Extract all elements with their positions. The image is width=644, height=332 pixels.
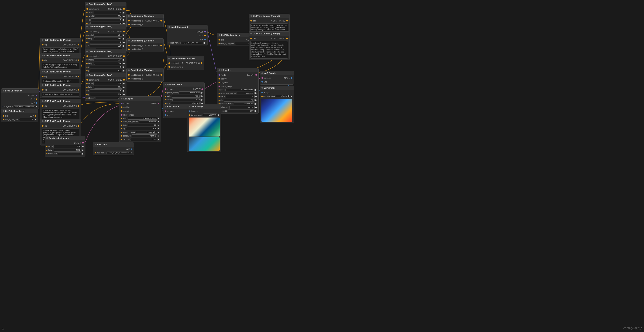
- port-conditioning-in[interactable]: [86, 8, 88, 10]
- port-vae-out[interactable]: [204, 39, 206, 40]
- port-clip-in[interactable]: [42, 105, 44, 107]
- port-model-out[interactable]: [36, 95, 37, 96]
- port-clip-in[interactable]: [42, 76, 44, 77]
- port-conditioning-out[interactable]: [160, 74, 162, 76]
- load-checkpoint-1: Load Checkpoint MODEL CLIP VAE: [167, 25, 208, 46]
- port-negative-in[interactable]: [218, 82, 220, 83]
- port-cond1-in[interactable]: [128, 45, 130, 46]
- clip-text-encode-1-header: CLIP Text Encode (Prompt): [40, 38, 81, 42]
- port-conditioning-out[interactable]: [123, 8, 125, 10]
- port-conditioning-out[interactable]: [123, 31, 125, 32]
- conditioning-set-area-1-header: Conditioning (Set Area): [85, 2, 126, 6]
- clip-text-encode-r2: CLIP Text Encode (Prompt) clip CONDITION…: [249, 31, 290, 60]
- port-negative-in[interactable]: [121, 110, 122, 112]
- port-clip-in[interactable]: [42, 125, 44, 127]
- port-cond2-in[interactable]: [128, 24, 130, 25]
- port-clip-in[interactable]: [218, 39, 220, 41]
- port-cond1-in[interactable]: [128, 20, 130, 22]
- port-conditioning-out[interactable]: [123, 79, 125, 81]
- port-latent-in[interactable]: [218, 86, 220, 87]
- port-conditioning-out[interactable]: [78, 105, 79, 107]
- port-clip-in[interactable]: [250, 20, 252, 22]
- port-conditioning-in[interactable]: [86, 79, 88, 81]
- clip-text-2-content: (best quality) (evening:1.2) (sky:1.2) (…: [42, 63, 79, 69]
- header-dot: [128, 40, 130, 42]
- header-dot: [250, 15, 252, 17]
- port-conditioning-out[interactable]: [160, 20, 162, 22]
- port-conditioning-out[interactable]: [78, 125, 79, 127]
- conditioning-combine-4: Conditioning (Combine) conditioning_1 CO…: [167, 56, 204, 70]
- port-clip-out[interactable]: [36, 98, 37, 100]
- watermark: CSDN @金汉江_5: [623, 327, 642, 330]
- header-dot: [128, 15, 130, 17]
- port-conditioning-out[interactable]: [286, 20, 288, 22]
- header-dot: [42, 120, 44, 122]
- port-images-in[interactable]: [189, 110, 190, 112]
- header-dot: [218, 69, 220, 71]
- port-latent-out[interactable]: [202, 88, 203, 90]
- timer: 0s: [2, 328, 4, 330]
- port-cond2-in[interactable]: [128, 49, 130, 50]
- port-conditioning-out[interactable]: [78, 60, 79, 61]
- header-dot: [262, 72, 263, 74]
- port-positive-in[interactable]: [218, 78, 220, 79]
- header-dot: [42, 71, 44, 72]
- empty-latent-image-title: Empty Latent Image: [49, 137, 69, 139]
- port-model-in[interactable]: [121, 103, 122, 104]
- port-conditioning-out[interactable]: [78, 89, 79, 90]
- port-vae-in[interactable]: [262, 81, 263, 83]
- port-cond1-in[interactable]: [168, 62, 170, 64]
- port-samples-in[interactable]: [262, 77, 263, 79]
- port-conditioning-in[interactable]: [86, 55, 88, 57]
- header-dot: [42, 84, 44, 86]
- clip-text-encode-5: CLIP Text Encode (Prompt) clip CONDITION…: [40, 99, 81, 121]
- port-clip-in[interactable]: [42, 44, 44, 46]
- port-conditioning-out[interactable]: [160, 45, 162, 46]
- conditioning-combine-4-header: Conditioning (Combine): [167, 56, 204, 61]
- port-vae-out[interactable]: [130, 148, 132, 150]
- ksampler-1: KSampler model LATENT positive: [119, 96, 161, 142]
- port-samples-in[interactable]: [164, 110, 166, 112]
- port-vae-out[interactable]: [36, 102, 37, 104]
- port-cond1-in[interactable]: [128, 74, 130, 76]
- port-conditioning-out[interactable]: [201, 62, 202, 64]
- port-conditioning-out[interactable]: [78, 44, 79, 46]
- port-cond2-in[interactable]: [128, 78, 130, 79]
- header-dot: [42, 100, 44, 102]
- port-clip-in[interactable]: [250, 38, 252, 39]
- port-clip-in[interactable]: [42, 60, 44, 61]
- vae-decode-2-title: VAE Decode: [264, 72, 276, 74]
- header-dot: [262, 87, 263, 89]
- port-latent-in[interactable]: [121, 114, 122, 116]
- port-conditioning-in[interactable]: [86, 31, 88, 32]
- port-vae-in[interactable]: [164, 114, 166, 116]
- port-positive-in[interactable]: [121, 106, 122, 108]
- port-clip-in[interactable]: [42, 89, 44, 90]
- port-clip-out[interactable]: [35, 115, 36, 117]
- port-latent-out[interactable]: [158, 103, 159, 104]
- port-model-in[interactable]: [218, 74, 220, 76]
- vae-decode-2-header: VAE Decode: [260, 71, 294, 75]
- conditioning-set-area-4-header: Conditioning (Set Area): [85, 73, 126, 77]
- port-cond2-in[interactable]: [168, 66, 170, 68]
- port-latent-out[interactable]: [255, 74, 257, 76]
- save-image-2-title: Save Image: [264, 87, 276, 89]
- clip-text-encode-2-title: CLIP Text Encode (Prompt): [44, 54, 71, 57]
- port-model-out[interactable]: [204, 31, 206, 33]
- port-latent-out[interactable]: [82, 142, 84, 143]
- port-samples-in[interactable]: [164, 88, 166, 90]
- port-image-out[interactable]: [291, 77, 292, 79]
- clip-text-encode-4-header: CLIP Text Encode (Prompt): [40, 83, 81, 87]
- conditioning-set-area-3-header: Conditioning (Set Area): [85, 49, 126, 53]
- header-dot: [86, 74, 88, 76]
- conditioning-combine-2-title: Conditioning (Combine): [130, 40, 154, 42]
- load-checkpoint-1-title: Load Checkpoint: [171, 26, 188, 28]
- node-graph-canvas[interactable]: Conditioning (Set Area) conditioning CON…: [0, 0, 644, 332]
- port-conditioning-out[interactable]: [123, 55, 125, 57]
- port-images-in[interactable]: [262, 92, 263, 93]
- conditioning-combine-4-title: Conditioning (Combine): [171, 57, 194, 60]
- port-clip-out[interactable]: [204, 35, 206, 36]
- port-conditioning-out[interactable]: [286, 38, 288, 39]
- port-clip-in[interactable]: [3, 115, 4, 117]
- port-conditioning-out[interactable]: [78, 76, 79, 77]
